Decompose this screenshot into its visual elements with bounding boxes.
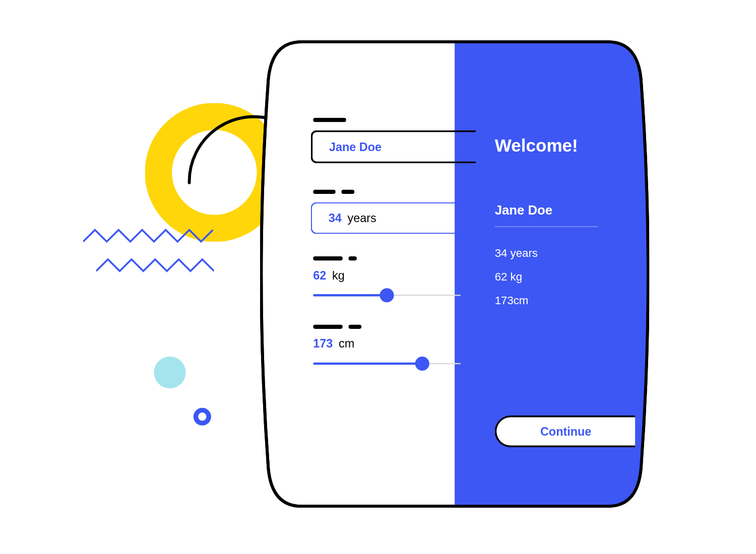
summary-age: 34 years (495, 247, 631, 260)
label-placeholder-icon (313, 118, 490, 122)
age-input[interactable]: 34 years (311, 202, 476, 234)
name-input-value: Jane Doe (329, 140, 382, 154)
continue-button-label: Continue (540, 425, 591, 438)
height-unit: cm (339, 337, 354, 351)
slider-thumb-icon[interactable] (380, 288, 394, 302)
weight-value: 62 (313, 269, 326, 283)
age-field-block: 34 years (313, 190, 490, 234)
name-input[interactable]: Jane Doe (311, 130, 476, 164)
age-unit: years (347, 212, 376, 225)
summary-weight: 62 kg (495, 270, 631, 284)
blue-ring-icon (194, 408, 211, 426)
form-panel: Jane Doe 34 years 62 (313, 118, 490, 371)
height-field-block: 173 cm (313, 325, 490, 371)
height-slider[interactable] (313, 357, 461, 371)
slider-thumb-icon[interactable] (415, 357, 429, 371)
name-field-block: Jane Doe (313, 118, 490, 163)
summary-panel: Welcome! Jane Doe 34 years 62 kg 173cm (495, 135, 631, 318)
height-value: 173 (313, 337, 333, 351)
age-value: 34 (329, 212, 342, 225)
summary-height: 173cm (495, 294, 631, 307)
label-placeholder-icon (313, 325, 490, 329)
weight-readout: 62 kg (313, 269, 490, 283)
weight-slider[interactable] (313, 288, 461, 302)
height-readout: 173 cm (313, 337, 490, 351)
cyan-dot-icon (154, 357, 185, 388)
zigzag-icon (83, 227, 219, 247)
label-placeholder-icon (313, 256, 490, 260)
onboarding-card: Jane Doe 34 years 62 (260, 38, 649, 510)
welcome-heading: Welcome! (495, 135, 631, 156)
summary-name: Jane Doe (495, 203, 598, 227)
weight-unit: kg (332, 269, 345, 283)
weight-field-block: 62 kg (313, 256, 490, 302)
continue-button[interactable]: Continue (495, 416, 635, 447)
label-placeholder-icon (313, 190, 490, 194)
zigzag-icon (96, 256, 214, 276)
